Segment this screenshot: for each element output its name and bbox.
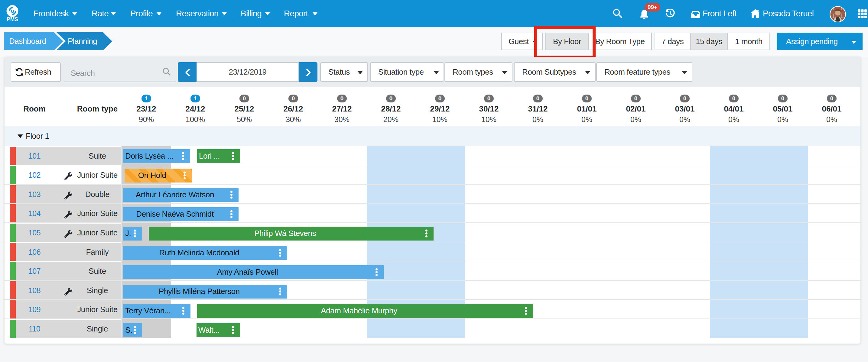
svg-text:PMS: PMS	[7, 16, 18, 22]
